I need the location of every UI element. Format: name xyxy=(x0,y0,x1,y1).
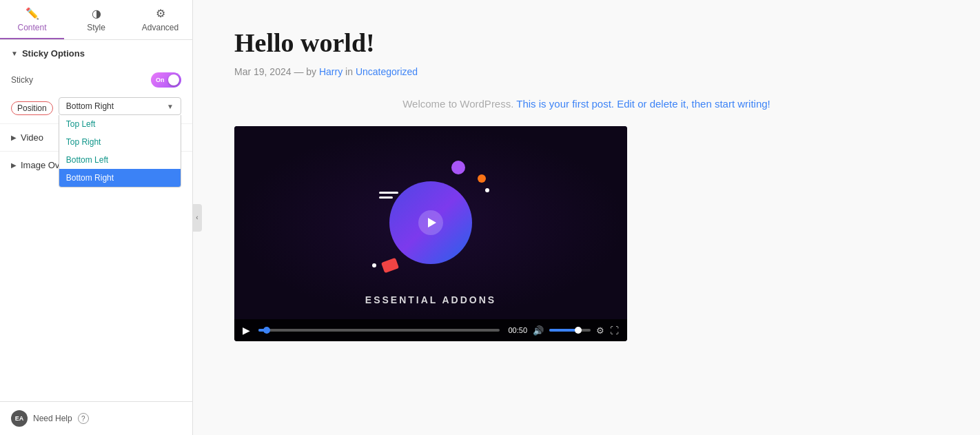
main-circle xyxy=(389,181,472,264)
video-thumbnail: ESSENTIAL ADDONS xyxy=(234,126,627,319)
toggle-knob xyxy=(168,74,179,85)
help-circle-icon[interactable]: ? xyxy=(78,413,89,424)
post-category-link[interactable]: Uncategorized xyxy=(356,66,418,77)
right-content: Hello world! Mar 19, 2024 — by Harry in … xyxy=(193,0,980,435)
volume-bar-fill xyxy=(549,329,578,332)
position-dropdown-menu: Top Left Top Right Bottom Left Bottom Ri… xyxy=(59,115,181,188)
post-meta: Mar 19, 2024 — by Harry in Uncategorized xyxy=(234,66,939,77)
post-intro: Welcome to WordPress. This is your first… xyxy=(234,98,939,110)
toggle-on-text: On xyxy=(156,77,165,83)
position-label-wrap: Position xyxy=(11,101,53,115)
tab-content-label: Content xyxy=(17,23,46,32)
line-1 xyxy=(379,192,398,194)
lines-decoration xyxy=(379,192,398,199)
volume-bar[interactable] xyxy=(549,329,591,332)
tab-bar: ✏️ Content ◑ Style ⚙ Advanced xyxy=(0,0,192,40)
position-label: Position xyxy=(11,101,53,115)
tab-advanced-label: Advanced xyxy=(142,23,178,32)
panel-content: ▼ Sticky Options Sticky On Position xyxy=(0,40,192,401)
gear-icon: ⚙ xyxy=(156,7,165,20)
post-author-link[interactable]: Harry xyxy=(319,66,343,77)
position-dropdown[interactable]: Bottom Right ▼ xyxy=(59,97,181,115)
style-icon: ◑ xyxy=(92,7,101,20)
sticky-field-row: Sticky On xyxy=(11,72,181,88)
toggle-background: On xyxy=(151,72,181,88)
pencil-icon: ✏️ xyxy=(25,7,39,20)
dropdown-item-top-left[interactable]: Top Left xyxy=(59,115,181,133)
play-button-graphic xyxy=(418,210,443,235)
video-controls: ▶ 00:50 🔊 ⚙ ⛶ xyxy=(234,319,627,341)
tab-style-label: Style xyxy=(87,23,105,32)
sticky-label: Sticky xyxy=(11,75,33,85)
purple-dot-decoration xyxy=(451,161,465,174)
dropdown-item-top-right[interactable]: Top Right xyxy=(59,133,181,151)
volume-dot xyxy=(575,327,582,334)
sticky-options-body: Sticky On Position Bottom Right ▼ xyxy=(0,67,192,123)
progress-bar[interactable] xyxy=(258,329,500,332)
collapse-panel-button[interactable]: ‹ xyxy=(192,204,202,232)
white-dot-decoration-1 xyxy=(485,188,489,192)
ea-badge: EA xyxy=(11,410,28,427)
settings-icon[interactable]: ⚙ xyxy=(596,325,604,336)
tab-content[interactable]: ✏️ Content xyxy=(0,0,64,39)
tab-style[interactable]: ◑ Style xyxy=(64,0,128,39)
left-panel: ✏️ Content ◑ Style ⚙ Advanced ▼ Sticky O… xyxy=(0,0,193,435)
image-overlay-arrow-icon: ▶ xyxy=(11,161,17,169)
ea-graphic xyxy=(362,154,500,292)
ea-brand-text: ESSENTIAL ADDONS xyxy=(234,294,627,305)
dropdown-item-bottom-left[interactable]: Bottom Left xyxy=(59,151,181,169)
bottom-bar: EA Need Help ? xyxy=(0,401,192,435)
dropdown-item-bottom-right[interactable]: Bottom Right xyxy=(59,169,181,187)
sticky-options-arrow: ▼ xyxy=(11,50,18,57)
post-date: Mar 19, 2024 — by xyxy=(234,66,319,77)
tab-advanced[interactable]: ⚙ Advanced xyxy=(128,0,192,39)
position-dropdown-wrap: Bottom Right ▼ Top Left Top Right Bottom… xyxy=(59,97,181,115)
white-dot-decoration-2 xyxy=(372,263,376,267)
video-arrow-icon: ▶ xyxy=(11,134,17,141)
time-label: 00:50 xyxy=(508,326,527,334)
progress-dot xyxy=(263,327,270,334)
line-2 xyxy=(379,196,393,199)
sticky-options-header[interactable]: ▼ Sticky Options xyxy=(0,40,192,67)
need-help-text[interactable]: Need Help xyxy=(33,414,72,423)
sticky-options-label: Sticky Options xyxy=(22,48,85,59)
video-section-label: Video xyxy=(21,132,43,143)
post-title: Hello world! xyxy=(234,28,939,58)
position-selected-value: Bottom Right xyxy=(66,101,114,111)
orange-dot-decoration xyxy=(478,174,486,183)
volume-icon[interactable]: 🔊 xyxy=(533,325,544,336)
dropdown-chevron-icon: ▼ xyxy=(167,103,174,110)
red-shape-decoration xyxy=(381,258,399,274)
fullscreen-icon[interactable]: ⛶ xyxy=(610,325,619,336)
position-row: Position Bottom Right ▼ Top Left Top Rig… xyxy=(11,97,181,115)
video-player: ESSENTIAL ADDONS ▶ 00:50 🔊 ⚙ ⛶ xyxy=(234,126,627,341)
post-meta-in: in xyxy=(345,66,356,77)
sticky-toggle[interactable]: On xyxy=(151,72,181,88)
play-pause-button[interactable]: ▶ xyxy=(243,325,250,336)
